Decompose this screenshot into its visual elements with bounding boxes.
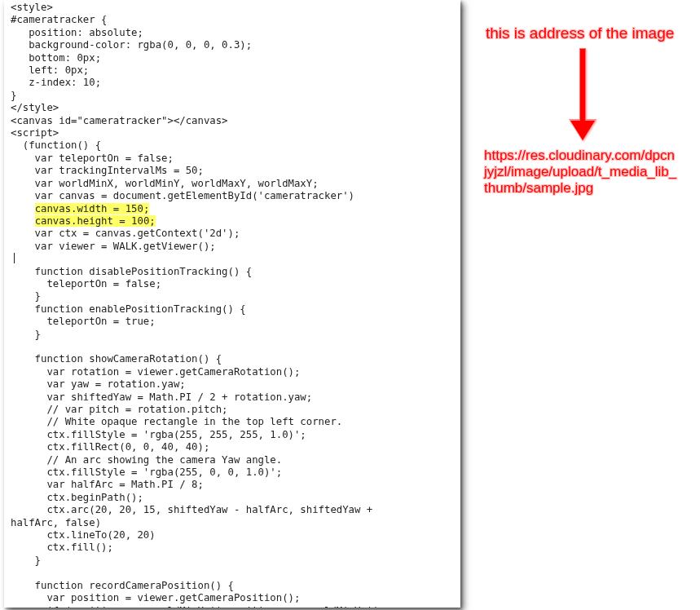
code-line: function disablePositionTracking() { [11,266,252,277]
code-line: var position = viewer.getCameraPosition(… [11,592,300,603]
arrow-down-icon [570,49,595,143]
code-line: (function() { [11,139,101,151]
code-line: ctx.fillStyle = 'rgba(255, 255, 255, 1.0… [11,429,306,440]
code-line: ctx.fill(); [11,541,113,553]
code-line: #cameratracker { [11,14,107,25]
code-line [11,215,35,227]
code-line: } [11,90,16,101]
code-line: ctx.arc(20, 20, 15, shiftedYaw - halfArc… [11,504,372,515]
annotation-caption: this is address of the image [486,24,674,42]
code-line: bottom: 0px; [11,52,101,64]
code-line: var shiftedYaw = Math.PI / 2 + rotation.… [11,391,312,403]
code-line: var ctx = canvas.getContext('2d'); [11,228,240,239]
code-line: position: absolute; [11,27,143,38]
code-line: <style> [11,2,53,13]
code-line: function enablePositionTracking() { [11,303,246,315]
code-line: background-color: rgba(0, 0, 0, 0.3); [11,39,252,51]
code-line: <canvas id="cameratracker"></canvas> [11,115,228,126]
code-line: // var pitch = rotation.pitch; [11,404,228,415]
code-line: ctx.beginPath(); [11,492,143,503]
code-line: halfArc, false) [11,517,101,528]
code-line: } [11,290,41,302]
code-line: var canvas = document.getElementById('ca… [11,190,354,201]
code-line: var rotation = viewer.getCameraRotation(… [11,366,300,378]
code-line: ctx.lineTo(20, 20) [11,529,156,541]
annotation-url: https://res.cloudinary.com/dpcn jyjzl/im… [484,148,696,197]
code-line: // White opaque rectangle in the top lef… [11,416,342,427]
code-line: </style> [11,102,59,113]
code-line: <script> [11,127,59,139]
code-line: left: 0px; [11,64,89,76]
annotation-url-line: thumb/sample.jpg [484,180,593,196]
annotation-url-line: jyjzl/image/upload/t_media_lib_ [484,164,676,179]
text-cursor [14,253,15,263]
code-editor-body[interactable]: <style> #cameratracker { position: absol… [4,0,460,608]
code-line: z-index: 10; [11,77,101,88]
code-highlight: canvas.width = 150; [35,203,150,214]
code-line: // An arc showing the camera Yaw angle. [11,454,282,466]
code-line: var viewer = WALK.getViewer(); [11,241,216,252]
code-line: teleportOn = true; [11,316,156,327]
code-line: var worldMinX, worldMinY, worldMaxY, wor… [11,178,319,189]
code-line: function recordCameraPosition() { [11,580,234,591]
code-line: var trackingIntervalMs = 50; [11,165,204,176]
code-line [11,203,35,214]
code-line: var yaw = rotation.yaw; [11,378,186,390]
code-line: var teleportOn = false; [11,152,174,164]
code-highlight: canvas.height = 100; [35,215,156,227]
annotation-url-line: https://res.cloudinary.com/dpcn [484,148,675,163]
code-line: function showCameraRotation() { [11,353,222,365]
code-line: } [11,555,41,566]
code-line: ctx.fillStyle = 'rgba(255, 0, 0, 1.0)'; [11,466,282,478]
code-line: teleportOn = false; [11,278,161,290]
code-line: } [11,329,41,340]
code-line: if (position.x < worldMinX || position.y… [11,605,379,608]
code-editor-panel: <style> #cameratracker { position: absol… [4,0,460,608]
code-line: ctx.fillRect(0, 0, 40, 40); [11,441,209,453]
code-line: var halfArc = Math.PI / 8; [11,479,204,490]
